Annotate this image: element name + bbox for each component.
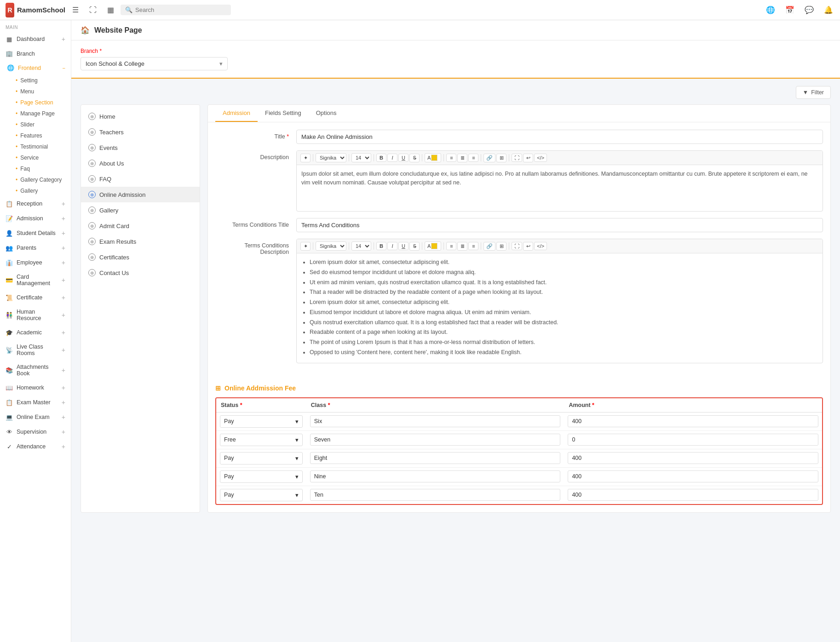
sidebar-sub-setting[interactable]: • Setting — [13, 75, 71, 86]
sidebar-item-online-exam[interactable]: 💻 Online Exam + — [0, 410, 71, 424]
rte-size-select[interactable]: 14 — [351, 153, 371, 162]
rte-color-btn[interactable]: A — [425, 153, 441, 162]
sidebar-item-attendance[interactable]: ✓ Attendance + — [0, 439, 71, 454]
rte-undo-btn[interactable]: ↩ — [523, 154, 533, 162]
fee-amount-input-0[interactable] — [568, 415, 818, 427]
rte2-fullscreen-btn[interactable]: ⛶ — [512, 242, 522, 250]
employee-expand[interactable]: + — [62, 259, 65, 266]
sidebar-item-card-management[interactable]: 💳 Card Management + — [0, 270, 71, 290]
rte2-link-btn[interactable]: 🔗 — [483, 242, 495, 251]
sidebar-sub-menu[interactable]: • Menu — [13, 86, 71, 97]
filter-button[interactable]: ▼ Filter — [796, 86, 831, 99]
tab-options[interactable]: Options — [309, 105, 344, 122]
sidebar-item-reception[interactable]: 📋 Reception + — [0, 196, 71, 211]
notifications-icon[interactable]: 🔔 — [823, 4, 834, 16]
rte2-bold-btn[interactable]: B — [376, 242, 386, 250]
page-list-item-faq[interactable]: ⊕ FAQ — [81, 171, 200, 187]
sidebar-sub-gallery[interactable]: • Gallery — [13, 185, 71, 196]
rte2-size-select[interactable]: 14 — [351, 241, 371, 251]
rte2-color-btn[interactable]: A — [425, 241, 441, 251]
rte2-align-btn[interactable]: ≡ — [468, 242, 478, 250]
sidebar-sub-page-section[interactable]: • Page Section — [13, 97, 71, 108]
sidebar-sub-gallery-category[interactable]: • Gallery Category — [13, 174, 71, 185]
admission-expand[interactable]: + — [62, 215, 65, 222]
fee-status-select-4[interactable]: Pay ▾ — [220, 489, 303, 501]
fee-amount-input-4[interactable] — [568, 489, 818, 501]
sidebar-item-supervision[interactable]: 👁 Supervision + — [0, 424, 71, 439]
rte2-format-btn[interactable]: ✦ — [300, 242, 311, 251]
rte-underline-btn[interactable]: U — [398, 154, 408, 162]
expand-icon[interactable]: ⛶ — [87, 5, 98, 16]
sidebar-item-student-details[interactable]: 👤 Student Details + — [0, 226, 71, 241]
terms-desc-content[interactable]: Lorem ipsum dolor sit amet, consectetur … — [297, 253, 823, 363]
reception-expand[interactable]: + — [62, 200, 65, 207]
dashboard-expand[interactable]: + — [62, 35, 65, 43]
rte-ul-btn[interactable]: ≡ — [446, 154, 456, 162]
rte-fullscreen-btn[interactable]: ⛶ — [512, 154, 522, 162]
sidebar-item-frontend[interactable]: 🌐 Frontend − — [0, 61, 71, 75]
grid-icon[interactable]: ▦ — [105, 5, 116, 16]
rte-strikethrough-btn[interactable]: S̶ — [409, 154, 420, 162]
sidebar-sub-manage-page[interactable]: • Manage Page — [13, 108, 71, 119]
sidebar-sub-slider[interactable]: • Slider — [13, 119, 71, 130]
page-list-item-teachers[interactable]: ⊕ Teachers — [81, 124, 200, 140]
rte2-ol-btn[interactable]: ≣ — [457, 242, 467, 251]
fee-status-select-3[interactable]: Pay ▾ — [220, 470, 303, 483]
description-content[interactable]: Ipsum dolor sit amet, eum illum dolore c… — [297, 165, 823, 211]
fee-status-select-2[interactable]: Pay ▾ — [220, 452, 303, 464]
sidebar-item-exam-master[interactable]: 📋 Exam Master + — [0, 395, 71, 410]
rte2-undo-btn[interactable]: ↩ — [523, 242, 533, 251]
frontend-collapse[interactable]: − — [63, 65, 65, 71]
supervision-expand[interactable]: + — [62, 428, 65, 436]
fee-status-select-0[interactable]: Pay ▾ — [220, 415, 303, 428]
homework-expand[interactable]: + — [62, 384, 65, 391]
fee-class-input-3[interactable] — [310, 470, 561, 482]
fee-class-input-4[interactable] — [310, 489, 561, 501]
app-logo[interactable]: R RamomSchool — [6, 3, 65, 17]
student-expand[interactable]: + — [62, 229, 65, 237]
menu-icon[interactable]: ☰ — [70, 5, 81, 16]
sidebar-sub-faq[interactable]: • Faq — [13, 163, 71, 174]
certificate-expand[interactable]: + — [62, 294, 65, 301]
attachments-expand[interactable]: + — [62, 367, 65, 374]
rte-font-select[interactable]: Signika — [316, 153, 346, 162]
rte-italic-btn[interactable]: I — [387, 154, 397, 162]
sidebar-sub-testimonial[interactable]: • Testimonial — [13, 141, 71, 152]
sidebar-item-employee[interactable]: 👔 Employee + — [0, 255, 71, 270]
sidebar-item-live-class-rooms[interactable]: 📡 Live Class Rooms + — [0, 340, 71, 360]
sidebar-sub-service[interactable]: • Service — [13, 152, 71, 163]
rte-table-btn[interactable]: ⊞ — [496, 154, 506, 162]
fee-amount-input-1[interactable] — [568, 434, 818, 446]
rte2-ul-btn[interactable]: ≡ — [446, 242, 456, 250]
page-list-item-home[interactable]: ⊕ Home — [81, 109, 200, 124]
sidebar-item-admission[interactable]: 📝 Admission + — [0, 211, 71, 226]
sidebar-item-human-resource[interactable]: 👫 Human Resource + — [0, 305, 71, 325]
page-list-item-online-admission[interactable]: ⊕ Online Admission — [81, 187, 200, 202]
rte2-italic-btn[interactable]: I — [387, 242, 397, 250]
attendance-expand[interactable]: + — [62, 443, 65, 450]
page-list-item-events[interactable]: ⊕ Events — [81, 140, 200, 155]
page-list-item-gallery[interactable]: ⊕ Gallery — [81, 202, 200, 218]
page-list-item-admit-card[interactable]: ⊕ Admit Card — [81, 218, 200, 234]
sidebar-item-branch[interactable]: 🏢 Branch — [0, 46, 71, 61]
page-list-item-certificates[interactable]: ⊕ Certificates — [81, 249, 200, 265]
branch-select[interactable]: Icon School & College ▾ — [81, 57, 228, 70]
fee-class-input-1[interactable] — [310, 434, 561, 446]
terms-title-input[interactable] — [296, 218, 823, 232]
hr-expand[interactable]: + — [62, 311, 65, 319]
rte-format-btn[interactable]: ✦ — [300, 154, 311, 162]
fee-amount-input-2[interactable] — [568, 452, 818, 464]
sidebar-item-certificate[interactable]: 📜 Certificate + — [0, 290, 71, 305]
rte-ol-btn[interactable]: ≣ — [457, 154, 467, 162]
fee-class-input-2[interactable] — [310, 452, 561, 464]
rte2-code-btn[interactable]: </> — [534, 242, 547, 250]
card-expand[interactable]: + — [62, 276, 65, 284]
search-bar[interactable]: 🔍 — [121, 5, 231, 15]
rte-link-btn[interactable]: 🔗 — [483, 154, 495, 162]
rte2-underline-btn[interactable]: U — [398, 242, 408, 250]
search-input[interactable] — [135, 6, 226, 13]
calendar-icon[interactable]: 📅 — [784, 4, 796, 16]
rte2-font-select[interactable]: Signika — [316, 241, 346, 251]
rte-code-btn[interactable]: </> — [534, 154, 547, 162]
live-class-expand[interactable]: + — [62, 346, 65, 354]
